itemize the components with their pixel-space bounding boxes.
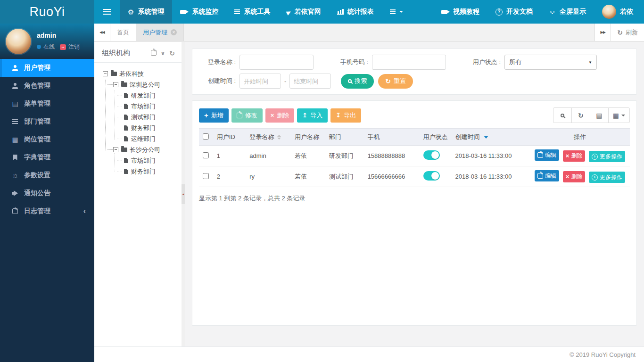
table-refresh-button[interactable] bbox=[571, 107, 590, 123]
grid-columns-icon bbox=[613, 112, 619, 119]
tree-node-branch[interactable]: 深圳总公司 bbox=[107, 79, 182, 90]
row-delete-button[interactable]: 删除 bbox=[563, 150, 586, 162]
app-logo[interactable]: RuoYi bbox=[0, 0, 94, 24]
sidebar-item-notice[interactable]: 通知公告 bbox=[0, 184, 94, 202]
sidebar-item-param-settings[interactable]: 参数设置 bbox=[0, 166, 94, 184]
row-edit-button[interactable]: 编辑 bbox=[535, 149, 559, 161]
row-edit-button[interactable]: 编辑 bbox=[535, 170, 559, 181]
reset-button-label: 重置 bbox=[394, 77, 406, 85]
sidebar-item-post-manage[interactable]: 岗位管理 bbox=[0, 131, 94, 148]
row-checkbox[interactable] bbox=[203, 173, 209, 179]
collapse-minus-icon[interactable] bbox=[103, 71, 108, 76]
nav-item-system-tools[interactable]: 系统工具 bbox=[226, 0, 278, 24]
nav-item-video-tutorial[interactable]: 视频教程 bbox=[433, 0, 487, 24]
refresh-icon bbox=[617, 29, 623, 36]
status-toggle[interactable] bbox=[423, 171, 440, 181]
nav-item-label: 若依官网 bbox=[295, 8, 321, 16]
collapse-minus-icon[interactable] bbox=[113, 147, 118, 152]
add-button[interactable]: 新增 bbox=[199, 108, 229, 123]
modify-button[interactable]: 修改 bbox=[231, 108, 263, 123]
tree-node-dept[interactable]: 运维部门 bbox=[117, 133, 182, 144]
login-name-label: 登录名称 : bbox=[199, 58, 239, 66]
arrows-expand-icon bbox=[549, 8, 556, 16]
nav-item-report[interactable]: 统计报表 bbox=[329, 0, 382, 24]
menu-label: 岗位管理 bbox=[24, 135, 50, 144]
row-more-button[interactable]: 更多操作 bbox=[589, 172, 625, 183]
nav-item-dev-docs[interactable]: 开发文档 bbox=[487, 0, 541, 24]
table-detail-view-button[interactable] bbox=[590, 107, 609, 123]
col-create-time[interactable]: 创建时间 bbox=[452, 129, 530, 146]
nav-item-official-site[interactable]: 若依官网 bbox=[278, 0, 329, 24]
table-search-toggle-button[interactable] bbox=[553, 107, 572, 123]
edit-icon[interactable] bbox=[151, 50, 157, 56]
sidebar-item-role-manage[interactable]: 角色管理 bbox=[0, 77, 94, 95]
logout-link[interactable]: 注销 bbox=[68, 43, 80, 51]
panel-collapse-handle[interactable] bbox=[182, 184, 185, 204]
sidebar-item-log-manage[interactable]: 日志管理 bbox=[0, 202, 94, 220]
select-all-checkbox[interactable] bbox=[203, 133, 209, 140]
user-avatar[interactable] bbox=[6, 29, 31, 54]
reset-button[interactable]: 重置 bbox=[378, 74, 413, 89]
tree-node-dept[interactable]: 财务部门 bbox=[117, 123, 182, 133]
pencil-square-icon bbox=[237, 113, 242, 118]
sidebar-item-dept-manage[interactable]: 部门管理 bbox=[0, 113, 94, 131]
row-checkbox[interactable] bbox=[203, 152, 209, 158]
sidebar-item-dict-manage[interactable]: 字典管理 bbox=[0, 148, 94, 166]
download-icon bbox=[336, 112, 341, 118]
start-time-input[interactable] bbox=[239, 74, 281, 89]
row-delete-button[interactable]: 删除 bbox=[563, 171, 586, 182]
row-more-button[interactable]: 更多操作 bbox=[589, 151, 625, 162]
tree-node-label: 运维部门 bbox=[131, 135, 156, 143]
tree-node-label: 研发部门 bbox=[131, 91, 156, 100]
gear-icon bbox=[128, 8, 134, 16]
col-login-name[interactable]: 登录名称 bbox=[246, 129, 291, 146]
import-button[interactable]: 导入 bbox=[297, 108, 328, 123]
chevron-down-icon[interactable] bbox=[161, 50, 165, 57]
export-button[interactable]: 导出 bbox=[330, 108, 361, 123]
user-status-select[interactable]: 所有 bbox=[504, 55, 597, 70]
tab-user-manage[interactable]: 用户管理 bbox=[136, 24, 184, 41]
nav-more-menu-button[interactable] bbox=[382, 0, 411, 24]
tree-node-dept[interactable]: 财务部门 bbox=[117, 166, 182, 177]
table-view-controls bbox=[553, 107, 630, 123]
phone-input[interactable] bbox=[372, 55, 446, 70]
login-name-input[interactable] bbox=[239, 55, 314, 70]
import-button-label: 导入 bbox=[310, 111, 322, 120]
table-columns-button[interactable] bbox=[608, 107, 630, 123]
search-button[interactable]: 搜索 bbox=[341, 74, 374, 89]
pencil-square-icon bbox=[537, 152, 543, 158]
tree-node-company[interactable]: 若依科技 bbox=[103, 68, 182, 79]
delete-button[interactable]: 删除 bbox=[265, 108, 295, 123]
tabs-scroll-forward-button[interactable] bbox=[594, 24, 611, 41]
status-toggle[interactable] bbox=[423, 150, 440, 160]
close-icon[interactable] bbox=[171, 29, 177, 35]
tree-node-dept[interactable]: 研发部门 bbox=[117, 90, 182, 101]
sidebar-toggle-button[interactable] bbox=[94, 0, 120, 24]
nav-item-fullscreen[interactable]: 全屏显示 bbox=[541, 0, 594, 24]
nav-item-user-dropdown[interactable]: 若依 bbox=[594, 0, 641, 24]
sidebar-item-menu-manage[interactable]: 菜单管理 bbox=[0, 95, 94, 113]
search-form-row-2: 创建时间 : - 搜索 重置 bbox=[199, 74, 630, 89]
tabs-scroll-back-button[interactable] bbox=[94, 24, 110, 41]
sidebar-item-user-manage[interactable]: 用户管理 bbox=[0, 59, 94, 77]
hamburger-icon bbox=[103, 11, 111, 12]
tree-node-label: 若依科技 bbox=[119, 70, 144, 78]
end-time-input[interactable] bbox=[289, 74, 331, 89]
table-row: 2 ry 若依 测试部门 15666666666 2018-03-16 11:3… bbox=[199, 166, 630, 187]
cell-dept: 测试部门 bbox=[325, 166, 364, 187]
tree-node-dept[interactable]: 市场部门 bbox=[117, 155, 182, 166]
file-icon bbox=[124, 125, 128, 131]
refresh-icon[interactable] bbox=[169, 50, 175, 57]
outdent-icon bbox=[12, 121, 18, 122]
tree-node-branch[interactable]: 长沙分公司 bbox=[107, 144, 182, 155]
tree-node-dept[interactable]: 市场部门 bbox=[117, 101, 182, 112]
tab-refresh-button[interactable]: 刷新 bbox=[611, 24, 644, 41]
collapse-minus-icon[interactable] bbox=[113, 82, 118, 87]
nav-item-system-manage[interactable]: 系统管理 bbox=[120, 0, 172, 24]
sun-icon bbox=[12, 172, 19, 179]
export-button-label: 导出 bbox=[344, 111, 356, 120]
nav-item-system-monitor[interactable]: 系统监控 bbox=[172, 0, 226, 24]
tab-home[interactable]: 首页 bbox=[110, 24, 136, 41]
search-icon bbox=[561, 114, 564, 117]
tree-node-dept[interactable]: 测试部门 bbox=[117, 112, 182, 123]
